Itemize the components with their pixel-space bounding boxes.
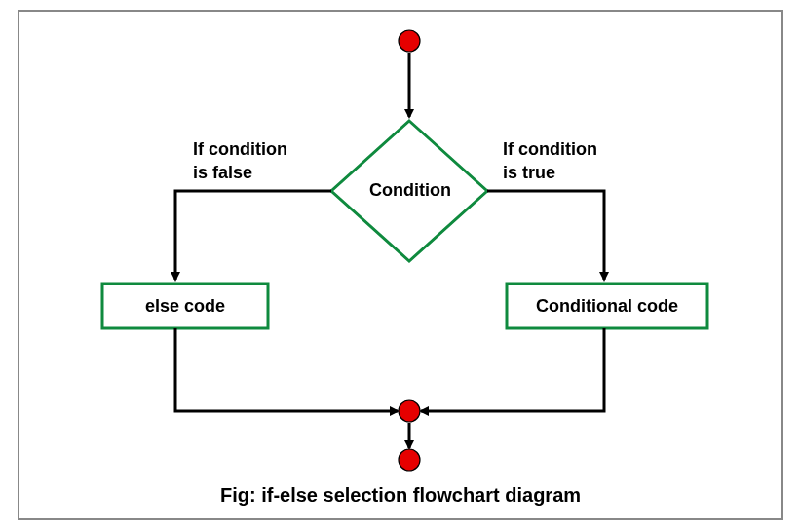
merge-connector: [399, 400, 420, 422]
flowchart-svg: [19, 12, 783, 520]
decision-label: Condition: [349, 179, 472, 202]
arrow-false-branch: [175, 191, 331, 280]
arrow-else-to-merge: [175, 328, 398, 411]
arrow-true-branch: [487, 191, 604, 280]
false-branch-label-line1: If condition: [193, 138, 329, 161]
conditional-code-label: Conditional code: [507, 295, 707, 318]
arrow-conditional-to-merge: [421, 328, 604, 411]
start-terminal: [399, 30, 420, 52]
diagram-frame: Condition If condition is false If condi…: [18, 10, 783, 520]
false-branch-label-line2: is false: [193, 162, 329, 184]
end-terminal: [399, 449, 420, 471]
figure-caption: Fig: if-else selection flowchart diagram: [19, 484, 781, 507]
true-branch-label-line1: If condition: [503, 138, 639, 161]
flowchart-canvas: Condition If condition is false If condi…: [0, 0, 800, 532]
true-branch-label-line2: is true: [503, 162, 639, 184]
else-code-label: else code: [102, 295, 268, 318]
